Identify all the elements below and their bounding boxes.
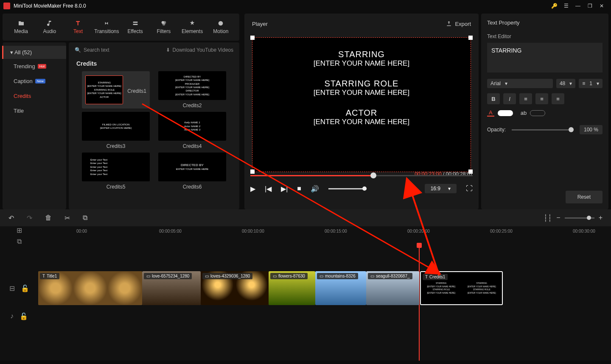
text-color-icon: A xyxy=(487,109,494,117)
tab-elements[interactable]: Elements xyxy=(178,20,207,34)
image-clip-icon: ▭ xyxy=(146,274,150,278)
tab-filters[interactable]: Filters xyxy=(149,20,178,34)
timeline-collapse-icon[interactable]: ⧉ xyxy=(17,238,22,245)
download-youtube-link[interactable]: ⬇ Download YouTube Videos xyxy=(166,47,233,53)
search-input[interactable]: 🔍 Search text xyxy=(75,47,109,53)
opacity-slider[interactable] xyxy=(512,129,574,131)
timeline-add-icon[interactable]: ⊞ xyxy=(17,226,22,234)
opacity-label: Opacity: xyxy=(487,127,506,133)
bold-button[interactable]: B xyxy=(487,93,500,104)
zoom-in-button[interactable]: + xyxy=(599,214,603,222)
redo-button[interactable]: ↷ xyxy=(27,214,32,222)
section-heading: Credits xyxy=(69,58,239,71)
key-icon[interactable]: 🔑 xyxy=(548,0,560,12)
zoom-slider[interactable] xyxy=(565,217,594,219)
seek-bar[interactable]: 00:00:23:00 / 00:00:28:01 xyxy=(250,171,473,180)
audio-track: ♪🔓 xyxy=(0,306,611,327)
image-clip-icon: ▭ xyxy=(273,274,277,278)
time-ruler[interactable]: 00:00 00:00:05:00 00:00:10:00 00:00:15:0… xyxy=(76,226,611,243)
category-caption[interactable]: CaptionNew xyxy=(3,74,66,89)
app-title: MiniTool MovieMaker Free 8.0.0 xyxy=(14,3,86,9)
zoom-fit-button[interactable]: ┆┆ xyxy=(544,214,552,222)
undo-button[interactable]: ↶ xyxy=(8,214,14,222)
text-property-panel: Text Property Text Editor Arial▾ 48▾ ≡1▾… xyxy=(481,14,608,209)
tab-effects[interactable]: Effects xyxy=(121,20,149,34)
prev-frame-button[interactable]: |◀ xyxy=(265,185,272,193)
player-title: Player xyxy=(252,21,268,27)
align-right-button[interactable]: ≡ xyxy=(552,93,564,104)
reset-button[interactable]: Reset xyxy=(566,191,603,203)
resize-handle[interactable] xyxy=(250,36,255,40)
text-input[interactable] xyxy=(487,43,603,72)
category-trending[interactable]: TrendingHot xyxy=(3,59,66,74)
aspect-select[interactable]: 16:9▾ xyxy=(425,184,457,193)
thumb-credits2[interactable]: DIRECTED BY[ENTER YOUR NAME HERE]PRODUCE… xyxy=(158,71,226,108)
volume-icon[interactable]: 🔊 xyxy=(311,185,319,193)
template-grid: STARRING[ENTER YOUR NAME HERE]STARRING R… xyxy=(69,71,239,209)
text-clip-icon: T xyxy=(42,274,45,278)
maximize-icon[interactable]: ❐ xyxy=(584,0,596,12)
thumb-credits5[interactable]: Enter your TextEnter your TextEnter your… xyxy=(82,153,150,190)
export-button[interactable]: Export xyxy=(446,20,471,27)
tab-transitions[interactable]: Transitions xyxy=(92,20,121,34)
text-color-swatch[interactable] xyxy=(498,110,513,116)
resize-handle[interactable] xyxy=(468,36,473,40)
thumb-credits3[interactable]: FILMED ON LOCATION[ENTER LOCATION HERE] … xyxy=(82,112,150,149)
image-clip-icon: ▭ xyxy=(370,274,374,278)
tab-media[interactable]: Media xyxy=(7,20,35,34)
text-clip-icon: T xyxy=(425,275,428,279)
highlight-icon: ab xyxy=(521,110,527,116)
tab-audio[interactable]: Audio xyxy=(35,20,64,34)
volume-slider[interactable] xyxy=(328,188,367,189)
track-video-icon: ⊟ xyxy=(9,284,15,292)
tab-motion[interactable]: Motion xyxy=(207,20,235,34)
opacity-value: 100 % xyxy=(580,125,603,134)
track-audio-icon: ♪ xyxy=(10,312,14,320)
main-tabs: Media Audio Text Transitions Effects Fil… xyxy=(3,14,239,41)
crop-button[interactable]: ⧉ xyxy=(83,214,87,222)
delete-button[interactable]: 🗑 xyxy=(45,214,52,222)
category-credits[interactable]: Credits xyxy=(3,89,66,103)
app-logo xyxy=(3,3,10,9)
play-button[interactable]: ▶ xyxy=(250,185,255,193)
menu-icon[interactable]: ☰ xyxy=(560,0,572,12)
thumb-credits6[interactable]: DIRECTED BYENTER YOUR NAME HERE Credits6 xyxy=(158,153,226,190)
stop-button[interactable]: ■ xyxy=(297,185,301,192)
panel-title: Text Property xyxy=(487,19,603,26)
thumb-credits1[interactable]: STARRING[ENTER YOUR NAME HERE]STARRING R… xyxy=(82,71,150,108)
thumb-credits4[interactable]: Kelly NAME 1Actor NAME 2Actor NAME 3 Cre… xyxy=(158,112,226,149)
size-select[interactable]: 48▾ xyxy=(556,79,575,88)
highlight-color-swatch[interactable] xyxy=(530,110,545,116)
timeline: ↶ ↷ 🗑 ✂ ⧉ ┆┆ − + ⊞ ⧉ 00:00 00:00:05:00 0… xyxy=(0,209,611,361)
category-sidebar: ▾ All (52) TrendingHot CaptionNew Credit… xyxy=(3,42,66,209)
close-icon[interactable]: ✕ xyxy=(596,0,608,12)
player-panel: Player Export STARRING[ENTER YOUR NAME H… xyxy=(244,14,479,209)
editor-label: Text Editor xyxy=(487,33,603,39)
italic-button[interactable]: I xyxy=(503,93,516,104)
category-all[interactable]: ▾ All (52) xyxy=(2,46,66,59)
image-clip-icon: ▭ xyxy=(320,274,323,278)
zoom-out-button[interactable]: − xyxy=(556,214,560,222)
svg-point-3 xyxy=(219,21,223,26)
titlebar: MiniTool MovieMaker Free 8.0.0 🔑 ☰ — ❐ ✕ xyxy=(0,0,611,12)
line-spacing-icon: ≡ xyxy=(582,81,585,86)
spacing-select[interactable]: ≡1▾ xyxy=(579,79,603,88)
align-center-button[interactable]: ≡ xyxy=(535,93,548,104)
next-frame-button[interactable]: ▶| xyxy=(281,185,288,193)
font-select[interactable]: Arial▾ xyxy=(487,79,553,88)
svg-point-2 xyxy=(163,23,165,26)
fullscreen-button[interactable]: ⛶ xyxy=(466,185,473,192)
minimize-icon[interactable]: — xyxy=(572,0,584,12)
track-lock-icon[interactable]: 🔓 xyxy=(20,312,28,320)
split-button[interactable]: ✂ xyxy=(64,214,70,222)
preview-area[interactable]: STARRING[ENTER YOUR NAME HERE] STARRING … xyxy=(249,34,474,175)
image-clip-icon: ▭ xyxy=(205,274,209,278)
category-title[interactable]: Title xyxy=(3,103,66,118)
tab-text[interactable]: Text xyxy=(64,20,92,34)
align-left-button[interactable]: ≡ xyxy=(519,93,532,104)
track-lock-icon[interactable]: 🔓 xyxy=(21,284,29,292)
